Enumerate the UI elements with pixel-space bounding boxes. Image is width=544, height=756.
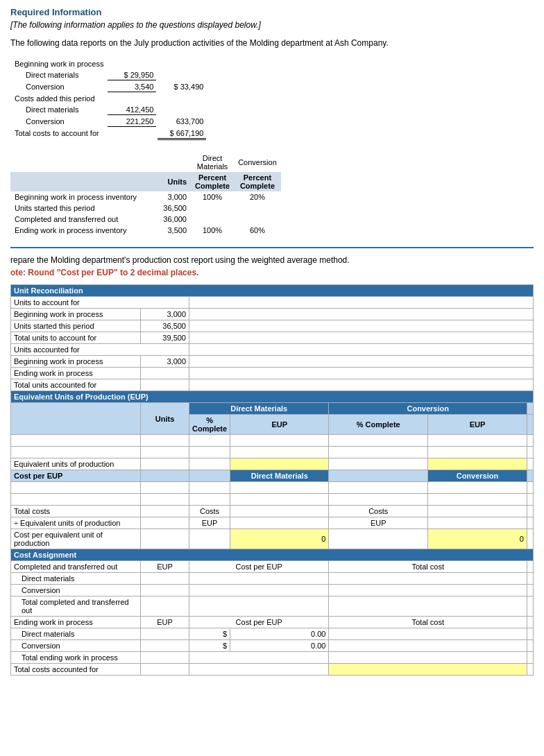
conv2-assign-eup[interactable] bbox=[141, 640, 189, 652]
cost-row2-dm[interactable] bbox=[230, 494, 329, 506]
cost-row2-conv[interactable] bbox=[427, 494, 527, 506]
total-accounted-recon-label: Total units accounted for bbox=[11, 379, 141, 391]
unit-recon-header: Unit Reconciliation bbox=[11, 285, 534, 297]
ewip-cpu-col: Cost per EUP bbox=[189, 617, 329, 628]
costs-added-label: Costs added this period bbox=[12, 94, 106, 103]
bwip-total-value: $ 33,490 bbox=[158, 82, 206, 92]
eup-row2-eup2[interactable] bbox=[427, 447, 527, 458]
dm2-assign-label: Direct materials bbox=[11, 628, 141, 640]
total-costs-row-label: Total costs bbox=[11, 506, 141, 517]
added-total-value: 633,700 bbox=[158, 117, 206, 127]
dm2-assign-cpu[interactable] bbox=[230, 628, 329, 640]
conv-assign-eup[interactable] bbox=[141, 585, 189, 596]
bwip-inv-conv-pct: 20% bbox=[234, 191, 281, 203]
equiv-units-eup1[interactable] bbox=[230, 458, 329, 470]
cpu-conv-value[interactable] bbox=[427, 529, 527, 549]
dm-pct-header: PercentComplete bbox=[191, 172, 234, 191]
units-to-acct-label: Units to account for bbox=[11, 297, 189, 309]
total-accounted-recon-value[interactable] bbox=[141, 379, 189, 391]
conv-label: Conversion bbox=[12, 82, 106, 92]
bwip-recon2-label: Beginning work in process bbox=[11, 356, 141, 368]
prep-text: repare the Molding department's producti… bbox=[10, 255, 534, 265]
total-units-recon-value[interactable] bbox=[141, 332, 189, 344]
bwip-recon-value[interactable] bbox=[141, 309, 189, 320]
bwip-dm-value: $ 29,950 bbox=[108, 70, 156, 80]
conv-added-label: Conversion bbox=[12, 117, 106, 127]
eup-sublabel: EUP bbox=[189, 517, 230, 529]
eup-row2-units[interactable] bbox=[141, 447, 189, 458]
ewip-recon-value[interactable] bbox=[141, 368, 189, 379]
equiv-units-label: Equivalent units of production bbox=[11, 458, 141, 470]
dm-assign-cpu[interactable] bbox=[189, 573, 329, 585]
bwip-inv-label: Beginning work in process inventory bbox=[10, 191, 149, 203]
cost-row2-label bbox=[11, 494, 141, 506]
equiv-units-eup2[interactable] bbox=[427, 458, 527, 470]
div-eup-label: ÷ Equivalent units of production bbox=[11, 517, 141, 529]
dm-label: Direct materials bbox=[12, 70, 106, 80]
eup-row1-pct1[interactable] bbox=[189, 435, 230, 447]
dm-assign-eup[interactable] bbox=[141, 573, 189, 585]
bwip-recon2-value[interactable] bbox=[141, 356, 189, 368]
divider bbox=[10, 247, 534, 248]
eup-row2-pct1[interactable] bbox=[189, 447, 230, 458]
units-started-recon-value[interactable] bbox=[141, 320, 189, 332]
total-units-recon-label: Total units to account for bbox=[11, 332, 141, 344]
dm-added-value: 412,450 bbox=[108, 105, 156, 115]
units-col-header: Units bbox=[149, 172, 191, 191]
required-info-header: Required Information bbox=[10, 7, 534, 17]
conv2-assign-cpu[interactable] bbox=[230, 640, 329, 652]
eup-col1: EUP bbox=[230, 415, 329, 435]
total-cost-col-header: Total cost bbox=[329, 561, 527, 573]
total-ewip-label: Total ending work in process bbox=[11, 652, 141, 664]
dm-cost-header: Direct Materials bbox=[230, 470, 329, 482]
pct-complete-col1: % Complete bbox=[189, 415, 230, 435]
div-eup-dm[interactable] bbox=[230, 517, 329, 529]
eup-row2-eup1[interactable] bbox=[230, 447, 329, 458]
eup-header: Equivalent Units of Production (EUP) bbox=[11, 391, 534, 403]
dm-assign-total[interactable] bbox=[329, 573, 527, 585]
conv-assign-cpu[interactable] bbox=[189, 585, 329, 596]
cpu-label: Cost per equivalent unit of production bbox=[11, 529, 141, 549]
cost-row1-label bbox=[11, 482, 141, 494]
eup-row1-eup2[interactable] bbox=[427, 435, 527, 447]
total-ewip-value[interactable] bbox=[329, 652, 527, 664]
total-costs-conv[interactable] bbox=[427, 506, 527, 517]
eup-row1-eup1[interactable] bbox=[230, 435, 329, 447]
bwip-inv-dm-pct: 100% bbox=[191, 191, 234, 203]
cost-row1-dm[interactable] bbox=[230, 482, 329, 494]
italic-note: [The following information applies to th… bbox=[10, 20, 534, 30]
pct-complete-col2: % Complete bbox=[329, 415, 427, 435]
div-eup-conv[interactable] bbox=[427, 517, 527, 529]
eup-col2: EUP bbox=[427, 415, 527, 435]
units-started-units: 36,500 bbox=[149, 203, 191, 214]
conv-dollar-sign: $ bbox=[189, 640, 230, 652]
bwip-recon-label: Beginning work in process bbox=[11, 309, 141, 320]
eup-row1-pct2[interactable] bbox=[329, 435, 427, 447]
total-costs-accounted-value[interactable] bbox=[329, 664, 527, 676]
dm2-assign-total[interactable] bbox=[329, 628, 527, 640]
cost-per-eup-label: Cost per EUP bbox=[11, 470, 141, 482]
conv-added-value: 221,250 bbox=[108, 117, 156, 127]
conv-eup-header: Conversion bbox=[329, 403, 527, 415]
conv2-assign-total[interactable] bbox=[329, 640, 527, 652]
intro-text: The following data reports on the July p… bbox=[10, 38, 534, 48]
cost-data-table: Beginning work in process Direct materia… bbox=[10, 58, 207, 141]
cpu-dm-value[interactable] bbox=[230, 529, 329, 549]
eup-row1-units[interactable] bbox=[141, 435, 189, 447]
conv-assign-total[interactable] bbox=[329, 585, 527, 596]
dm2-assign-eup[interactable] bbox=[141, 628, 189, 640]
cost-assign-header: Cost Assignment bbox=[11, 549, 534, 561]
eup-row2-pct2[interactable] bbox=[329, 447, 427, 458]
costs-sublabel2: Costs bbox=[329, 506, 427, 517]
conv-header-pct: Conversion bbox=[234, 153, 281, 172]
ewip-inv-dm-pct: 100% bbox=[191, 225, 234, 236]
eup-sublabel2: EUP bbox=[329, 517, 427, 529]
total-costs-dm[interactable] bbox=[230, 506, 329, 517]
dm-added-label: Direct materials bbox=[12, 105, 106, 115]
units-started-recon-label: Units started this period bbox=[11, 320, 141, 332]
ewip-recon-label: Ending work in process bbox=[11, 368, 141, 379]
ewip-inv-label: Ending work in process inventory bbox=[10, 225, 149, 236]
cost-row1-conv[interactable] bbox=[427, 482, 527, 494]
bwip-label: Beginning work in process bbox=[12, 59, 106, 69]
total-completed-value[interactable] bbox=[329, 596, 527, 617]
